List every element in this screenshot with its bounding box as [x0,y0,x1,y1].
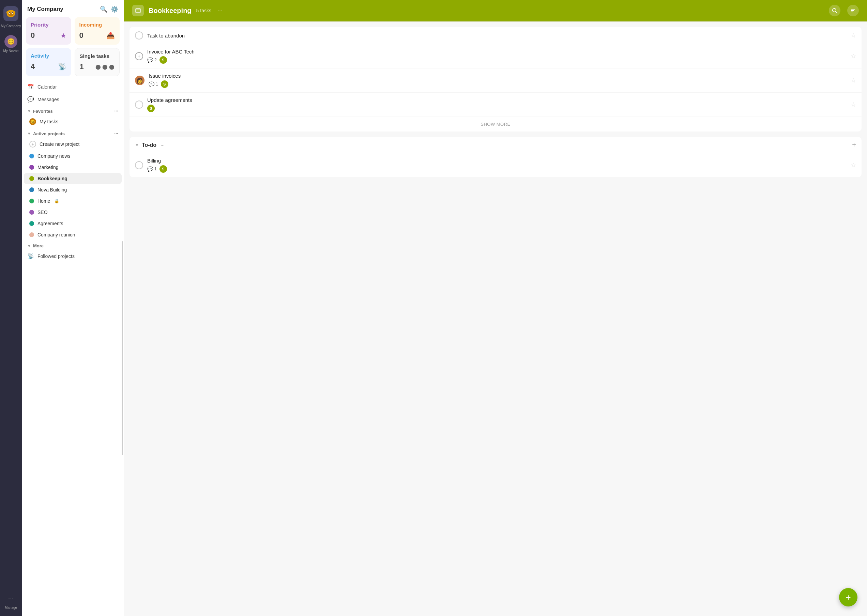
company-news-dot [29,154,34,159]
task-comment-badge: 💬 2 [147,57,157,63]
single-tasks-card[interactable]: Single tasks 1 ⬤ ⬤ ⬤ [75,48,120,76]
sidebar-nav: 📅 Calendar 💬 Messages ▼ Favorites ··· 😊 … [22,80,124,616]
comment-bubble-icon: 💬 [147,166,153,172]
incoming-card-count: 0 [79,31,83,40]
calendar-icon: 📅 [27,83,34,90]
task-star-button[interactable]: ☆ [851,101,856,108]
main-content: Bookkeeping 5 tasks ··· Task to [124,0,867,616]
app-logo[interactable] [3,6,19,21]
messages-label: Messages [38,97,59,102]
task-row[interactable]: Billing 💬 1 S ☆ [129,153,862,177]
incoming-card[interactable]: Incoming 0 📥 [75,17,120,45]
create-project-label: Create new project [39,141,80,147]
my-nozbe-item[interactable]: 😊 My Nozbe [0,33,22,55]
single-tasks-dots-icon: ⬤ ⬤ ⬤ [95,64,115,69]
task-checkbox-add[interactable]: + [135,52,143,60]
todo-add-button[interactable]: + [852,141,856,149]
my-nozbe-avatar[interactable]: 😊 [5,35,17,48]
main-view-options-button[interactable] [847,5,859,16]
seo-dot [29,210,34,215]
sidebar-item-create-new-project[interactable]: + Create new project [24,138,122,150]
sidebar-item-company-news[interactable]: Company news [24,151,122,162]
sidebar-item-company-reunion[interactable]: Company reunion [24,229,122,240]
activity-card-row: 4 📡 [31,62,66,71]
favorites-more-button[interactable]: ··· [114,108,118,114]
task-star-button[interactable]: ☆ [851,162,856,169]
sidebar-item-my-tasks[interactable]: 😊 My tasks [24,115,122,128]
main-search-button[interactable] [829,5,840,16]
task-title: Issue invoices [149,73,847,79]
nova-building-label: Nova Building [38,187,67,193]
project-title: Bookkeeping [149,7,192,15]
sidebar-scrollbar[interactable] [122,241,123,456]
todo-chevron-icon[interactable]: ▼ [135,143,139,148]
svg-point-6 [6,11,8,14]
seo-label: SEO [38,209,48,215]
priority-card[interactable]: Priority 0 ★ [26,17,71,45]
todo-more-button[interactable]: ··· [160,142,165,148]
messages-icon: 💬 [27,96,34,102]
task-info: Issue invoices 💬 1 S [149,73,847,88]
sidebar-item-calendar[interactable]: 📅 Calendar [22,80,124,93]
task-row[interactable]: + Invoice for ABC Tech 💬 2 S ☆ [129,44,862,69]
more-chevron-icon[interactable]: ▼ [27,244,31,248]
task-row[interactable]: Update agreements S ☆ [129,93,862,117]
task-star-button[interactable]: ☆ [851,77,856,84]
task-s-badge: S [161,80,168,88]
task-info: Invoice for ABC Tech 💬 2 S [147,49,847,64]
my-tasks-avatar: 😊 [29,118,36,125]
more-section-label: More [33,243,44,248]
app-logo-item[interactable]: My Company [0,4,22,30]
task-info: Billing 💬 1 S [147,158,847,173]
nova-building-dot [29,187,34,192]
my-nozbe-label: My Nozbe [3,49,19,53]
marketing-label: Marketing [38,165,58,170]
company-news-label: Company news [38,153,71,159]
sidebar-item-agreements[interactable]: Agreements [24,218,122,229]
task-star-button[interactable]: ☆ [851,32,856,39]
task-row[interactable]: 👩 Issue invoices 💬 1 S ☆ [129,69,862,93]
manage-icon[interactable]: ··· [5,592,17,605]
sidebar-item-nova-building[interactable]: Nova Building [24,184,122,195]
task-s-badge: S [159,165,167,173]
project-task-count: 5 tasks [196,8,211,13]
main-header: Bookkeeping 5 tasks ··· [124,0,867,22]
task-row[interactable]: Task to abandon ☆ [129,27,862,44]
active-projects-chevron-icon[interactable]: ▼ [27,132,31,135]
company-reunion-label: Company reunion [38,232,76,237]
sidebar-item-marketing[interactable]: Marketing [24,162,122,173]
incoming-card-title: Incoming [79,22,115,28]
search-icon[interactable]: 🔍 [100,5,107,13]
show-more-button[interactable]: SHOW MORE [129,117,862,132]
manage-item[interactable]: ··· Manage [0,590,22,612]
favorites-section-header: ▼ Favorites ··· [22,105,124,115]
sidebar-item-home[interactable]: Home 🔒 [24,196,122,206]
task-info: Update agreements S [147,97,847,112]
active-projects-more-button[interactable]: ··· [114,131,118,136]
sidebar-item-followed-projects[interactable]: 📡 Followed projects [22,250,124,262]
task-checkbox[interactable] [135,31,143,39]
sidebar-item-messages[interactable]: 💬 Messages [22,93,124,105]
task-meta: 💬 1 S [147,165,847,173]
quick-cards: Priority 0 ★ Incoming 0 📥 Activity 4 📡 S… [22,17,124,80]
svg-point-12 [832,8,836,12]
incoming-inbox-icon: 📥 [106,31,115,39]
task-checkbox[interactable] [135,161,143,169]
single-tasks-count: 1 [80,62,84,71]
sidebar-item-bookkeeping[interactable]: Bookkeeping [24,173,122,184]
fab-add-button[interactable]: + [839,588,858,607]
sidebar-item-seo[interactable]: SEO [24,207,122,218]
svg-rect-16 [851,12,853,12]
home-lock-icon: 🔒 [54,199,59,203]
favorites-chevron-icon[interactable]: ▼ [27,109,31,113]
settings-icon[interactable]: ⚙️ [111,5,118,13]
activity-card[interactable]: Activity 4 📡 [26,48,71,76]
activity-card-title: Activity [31,53,66,58]
project-more-button[interactable]: ··· [217,7,223,14]
comment-count: 2 [154,58,157,62]
task-checkbox[interactable] [135,101,143,109]
home-dot [29,199,34,203]
comment-bubble-icon: 💬 [147,57,153,63]
priority-card-title: Priority [31,22,66,28]
task-star-button[interactable]: ☆ [851,52,856,60]
